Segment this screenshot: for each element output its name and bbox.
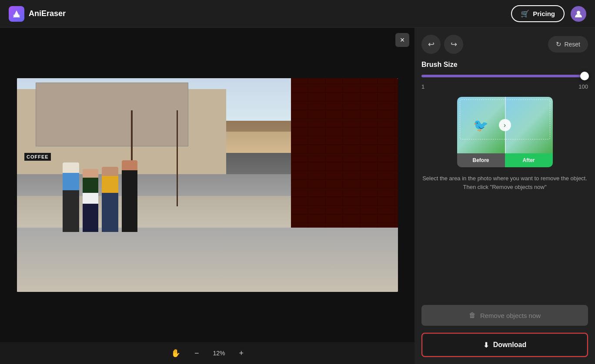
preview-before-half: 🐦 <box>457 97 505 153</box>
reset-button[interactable]: ↻ Reset <box>548 36 588 53</box>
slider-min-label: 1 <box>421 83 425 90</box>
preview-arrow-circle: › <box>499 119 511 131</box>
after-label: After <box>505 153 553 167</box>
reset-icon: ↻ <box>556 40 562 48</box>
download-icon: ⬇ <box>483 341 489 349</box>
preview-labels-row: Before After <box>457 153 553 167</box>
canvas-toolbar: ✋ − 12% + <box>0 342 414 364</box>
pricing-button[interactable]: 🛒 Pricing <box>511 5 565 22</box>
minus-icon: − <box>194 349 199 357</box>
brush-slider-container[interactable] <box>421 73 588 79</box>
zoom-in-button[interactable]: + <box>237 346 247 361</box>
avatar-icon <box>574 10 583 18</box>
remove-icon: 🗑 <box>469 311 476 319</box>
coffee-sign: COFFEE <box>24 153 51 161</box>
close-icon: × <box>400 36 405 45</box>
cart-icon: 🛒 <box>521 10 529 18</box>
building-1 <box>36 83 188 147</box>
slider-max-label: 100 <box>578 83 588 90</box>
instruction-text: Select the area in the photo where you w… <box>421 174 588 191</box>
main-content: × <box>0 28 595 364</box>
people-group <box>63 160 137 232</box>
close-button[interactable]: × <box>395 33 409 47</box>
pricing-label: Pricing <box>533 10 555 17</box>
person-4 <box>122 160 137 232</box>
main-image: COFFEE <box>17 78 398 292</box>
arrow-right-icon: › <box>504 122 506 129</box>
remove-label: Remove objects now <box>480 312 541 319</box>
bird-icon: 🐦 <box>473 118 488 132</box>
zoom-out-button[interactable]: − <box>192 346 202 361</box>
hand-icon: ✋ <box>171 349 181 357</box>
redo-icon: ↪ <box>451 40 457 49</box>
svg-point-3 <box>577 11 580 14</box>
preview-after-half <box>505 97 553 153</box>
brush-slider-thumb[interactable] <box>580 72 589 80</box>
undo-icon: ↩ <box>428 40 435 49</box>
sidewalk <box>17 228 398 292</box>
remove-objects-button[interactable]: 🗑 Remove objects now <box>421 305 588 326</box>
preview-section: 🐦 › Before After <box>421 97 588 167</box>
brush-size-section: Brush Size 1 100 <box>421 61 588 90</box>
before-after-card: 🐦 › Before After <box>457 97 553 167</box>
brush-title: Brush Size <box>421 61 588 69</box>
preview-image: 🐦 › <box>457 97 553 153</box>
download-label: Download <box>493 341 526 349</box>
right-sidebar: ↩ ↪ ↻ Reset Brush Size 1 100 <box>414 28 595 364</box>
svg-rect-2 <box>13 15 20 16</box>
download-button[interactable]: ⬇ Download <box>423 334 586 355</box>
brush-slider-track[interactable] <box>421 75 588 77</box>
person-1 <box>63 162 79 232</box>
user-avatar[interactable] <box>571 6 586 22</box>
tree-2 <box>177 110 178 206</box>
zoom-level: 12% <box>211 350 228 357</box>
app-logo-icon <box>9 6 24 22</box>
spacer <box>421 198 588 298</box>
canvas-area: × <box>0 28 414 364</box>
download-button-wrapper: ⬇ Download <box>421 333 588 357</box>
hand-tool-button[interactable]: ✋ <box>168 346 183 361</box>
header-left: AniEraser <box>9 6 66 22</box>
header-right: 🛒 Pricing <box>511 5 586 22</box>
reset-label: Reset <box>564 41 580 48</box>
redo-button[interactable]: ↪ <box>444 35 463 54</box>
controls-row: ↩ ↪ ↻ Reset <box>421 35 588 54</box>
before-label: Before <box>457 153 505 167</box>
slider-labels: 1 100 <box>421 83 588 90</box>
app-name-label: AniEraser <box>29 9 66 18</box>
person-2 <box>83 169 98 232</box>
app-header: AniEraser 🛒 Pricing <box>0 0 595 28</box>
plus-icon: + <box>239 349 244 357</box>
person-3 <box>102 167 118 232</box>
undo-button[interactable]: ↩ <box>421 35 441 54</box>
